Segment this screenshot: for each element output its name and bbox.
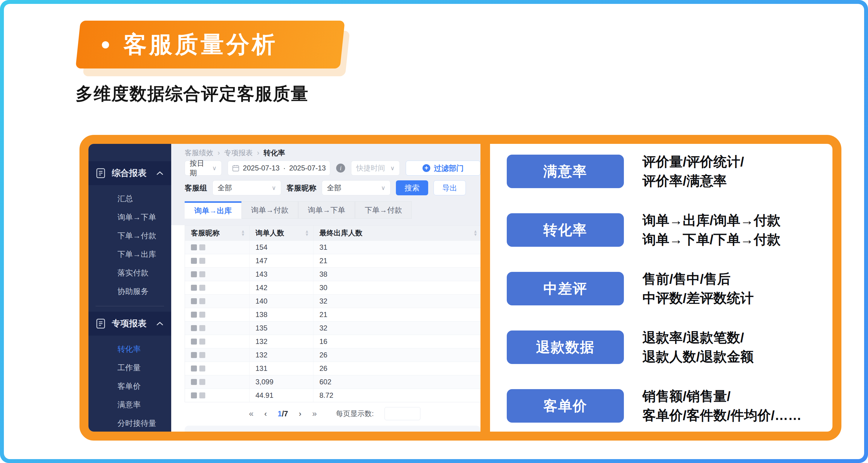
- chevron-down-icon: ∨: [209, 165, 217, 172]
- cell-outbound-count: 21: [313, 254, 480, 267]
- tab[interactable]: 询单→下单: [298, 201, 355, 219]
- cell-nickname-masked: [185, 254, 249, 267]
- last-page-button[interactable]: »: [312, 409, 317, 418]
- date-mode-select[interactable]: 按日期 ∨: [185, 161, 222, 176]
- masked-name-block: [191, 393, 197, 398]
- dashboard-content: 客服绩效 › 专项报表 › 转化率 按日期 ∨ 2025-07: [171, 144, 480, 432]
- sidebar-section-label: 专项报表: [112, 318, 156, 329]
- sidebar-item[interactable]: 转化率: [88, 340, 171, 358]
- sort-icon[interactable]: ▲▼: [241, 230, 245, 236]
- sidebar-section-special-reports[interactable]: 专项报表: [88, 312, 171, 336]
- sidebar-item[interactable]: 汇总: [88, 189, 171, 208]
- quick-time-select[interactable]: 快捷时间 ∨: [351, 161, 400, 176]
- sidebar-item[interactable]: 分时接待量: [88, 414, 171, 432]
- breadcrumb-item[interactable]: 专项报表: [224, 148, 253, 157]
- document-icon: [96, 168, 105, 178]
- table-row: 135 32: [185, 321, 480, 335]
- sort-icon[interactable]: ▲▼: [305, 230, 309, 236]
- table-row: 132 16: [185, 335, 480, 348]
- tab[interactable]: 下单→付款: [355, 201, 412, 219]
- breadcrumb-current: 转化率: [264, 148, 285, 157]
- prev-page-button[interactable]: ‹: [265, 409, 267, 418]
- group-filter-label: 客服组: [185, 183, 207, 193]
- sidebar-item[interactable]: 协助服务: [88, 282, 171, 300]
- tab[interactable]: 询单→出库: [185, 201, 241, 219]
- nickname-filter-label: 客服昵称: [286, 183, 316, 193]
- banner-title: 客服质量分析: [123, 29, 278, 60]
- metric-description: 评价量/评价统计/ 评价率/满意率: [643, 152, 744, 191]
- next-page-button[interactable]: ›: [299, 409, 302, 418]
- cell-outbound-count: 16: [313, 335, 480, 348]
- cell-nickname-masked: [185, 348, 249, 361]
- sort-icon[interactable]: ▲▼: [473, 230, 477, 236]
- banner: 客服质量分析: [75, 21, 345, 68]
- sidebar-item[interactable]: 满意率: [88, 396, 171, 414]
- metric-badge: 退款数据: [507, 330, 624, 364]
- nickname-select-value: 全部: [327, 183, 341, 193]
- feature-frame: 综合报表 汇总询单→下单下单→付款下单→出库落实付款协助服务 专项报表: [80, 135, 841, 440]
- chevron-down-icon: ∨: [268, 184, 276, 192]
- sidebar-item[interactable]: 落实付款: [88, 263, 171, 282]
- table-row: 142 30: [185, 281, 480, 294]
- date-end-value: 2025-07-13: [289, 164, 326, 172]
- breadcrumb-separator-icon: ›: [218, 149, 220, 157]
- date-range-separator: ·: [283, 164, 286, 172]
- date-mode-value: 按日期: [190, 158, 209, 178]
- cell-outbound-count: 31: [313, 241, 480, 254]
- page-indicator: 1/7: [278, 409, 288, 418]
- plus-icon: +: [423, 164, 430, 172]
- cell-inquiry-count: 142: [249, 281, 313, 294]
- sidebar-item[interactable]: 客单价: [88, 377, 171, 396]
- metrics-list: 满意率 评价量/评价统计/ 评价率/满意率 转化率 询单→出库/询单→付款 询单…: [490, 144, 832, 423]
- table-card: 客服昵称 ▲▼ 询单人数 ▲▼ 最终出库人数 ▲▼: [171, 225, 480, 432]
- sidebar-item[interactable]: 下单→出库: [88, 245, 171, 263]
- cell-outbound-count: 38: [313, 268, 480, 281]
- cell-nickname-masked: [185, 389, 249, 402]
- group-select[interactable]: 全部 ∨: [212, 180, 281, 195]
- cell-outbound-count: 26: [313, 348, 480, 361]
- masked-name-block: [191, 339, 197, 345]
- table-row: 143 38: [185, 267, 480, 281]
- table-header-row: 客服昵称 ▲▼ 询单人数 ▲▼ 最终出库人数 ▲▼: [185, 226, 480, 240]
- dashboard-screenshot: 综合报表 汇总询单→下单下单→付款下单→出库落实付款协助服务 专项报表: [88, 144, 480, 432]
- report-tabs: 询单→出库询单→付款询单→下单下单→付款: [185, 201, 480, 219]
- cell-outbound-count: 21: [313, 308, 480, 321]
- info-icon[interactable]: i: [336, 164, 345, 173]
- breadcrumb-item[interactable]: 客服绩效: [185, 148, 213, 157]
- cell-inquiry-count: 135: [249, 321, 313, 335]
- table-row: 154 31: [185, 240, 480, 254]
- chevron-up-icon: [156, 171, 163, 175]
- nickname-select[interactable]: 全部 ∨: [322, 180, 391, 195]
- date-range-picker[interactable]: 2025-07-13 · 2025-07-13: [228, 161, 331, 176]
- sidebar-section-composite-reports[interactable]: 综合报表: [88, 161, 171, 185]
- chevron-down-icon: ∨: [386, 165, 395, 172]
- sidebar-item[interactable]: 下单→付款: [88, 226, 171, 245]
- cell-outbound-count: 602: [313, 375, 480, 388]
- cell-inquiry-count: 132: [249, 348, 313, 361]
- table-column-header: 客服昵称 ▲▼: [185, 226, 249, 240]
- current-page: 1: [278, 409, 282, 418]
- first-page-button[interactable]: «: [249, 409, 254, 418]
- metric-description: 售前/售中/售后 中评数/差评数统计: [643, 269, 754, 308]
- masked-name-block: [199, 352, 205, 358]
- export-button[interactable]: 导出: [434, 180, 466, 195]
- metric-description: 询单→出库/询单→付款 询单→下单/下单→付款: [643, 211, 781, 249]
- sidebar-item[interactable]: 询单→下单: [88, 208, 171, 226]
- masked-name-block: [191, 244, 197, 250]
- search-button[interactable]: 搜索: [396, 180, 428, 195]
- cell-inquiry-count: 3,099: [249, 375, 313, 388]
- sidebar-item[interactable]: 工作量: [88, 358, 171, 377]
- cell-nickname-masked: [185, 295, 249, 308]
- masked-name-block: [199, 298, 205, 304]
- masked-name-block: [199, 271, 205, 277]
- sidebar-items-group-2: 转化率工作量客单价满意率分时接待量接待压力: [88, 340, 171, 432]
- cell-outbound-count: 30: [313, 281, 480, 294]
- pagination: « ‹ 1/7 › » 每页显示数:: [185, 407, 480, 420]
- page-size-select[interactable]: [384, 407, 421, 420]
- masked-name-block: [199, 393, 205, 398]
- filter-department-button[interactable]: + 过滤部门: [406, 161, 480, 176]
- cell-inquiry-count: 132: [249, 335, 313, 348]
- sidebar: 综合报表 汇总询单→下单下单→付款下单→出库落实付款协助服务 专项报表: [88, 144, 171, 432]
- tab[interactable]: 询单→付款: [241, 201, 298, 219]
- masked-name-block: [199, 325, 205, 331]
